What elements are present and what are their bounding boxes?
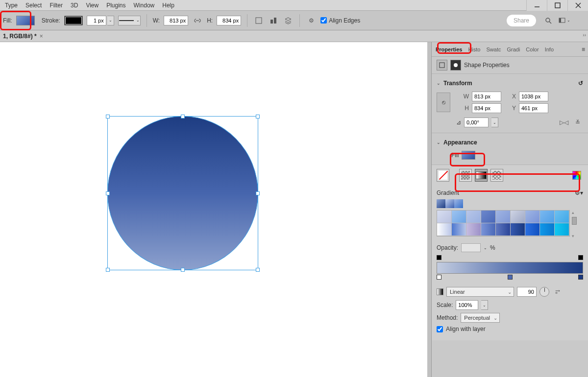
- handle-l[interactable]: [106, 191, 110, 195]
- opacity-stop-right[interactable]: [578, 255, 583, 260]
- preset[interactable]: [525, 223, 540, 236]
- stroke-width-caret[interactable]: ⌄: [107, 16, 114, 25]
- scale-input[interactable]: [456, 300, 478, 310]
- flip-vertical-icon[interactable]: ≚: [572, 117, 583, 128]
- pattern-fill-button[interactable]: [490, 169, 503, 182]
- height-input[interactable]: [217, 16, 241, 25]
- preset[interactable]: [452, 223, 466, 236]
- preset[interactable]: [555, 211, 569, 223]
- tab-histogram[interactable]: Histo: [466, 45, 482, 54]
- recent-gradient-2[interactable]: [445, 199, 454, 208]
- transform-y-input[interactable]: [519, 103, 548, 113]
- handle-br[interactable]: [256, 268, 260, 272]
- handle-tr[interactable]: [256, 115, 260, 118]
- document-title[interactable]: 1, RGB/8#) *: [3, 33, 37, 40]
- transform-title[interactable]: ⌄ Transform ↺: [437, 77, 583, 90]
- recent-gradient-3[interactable]: [454, 199, 463, 208]
- menu-window[interactable]: Window: [130, 1, 159, 10]
- stroke-width-field[interactable]: ⌄: [87, 16, 114, 25]
- tab-properties[interactable]: Properties: [434, 45, 464, 54]
- tab-swatches[interactable]: Swatc: [484, 45, 503, 54]
- link-wh-icon[interactable]: [192, 15, 203, 26]
- scroll-down-icon[interactable]: ▾: [572, 234, 577, 238]
- preset[interactable]: [496, 223, 511, 236]
- preset[interactable]: [437, 211, 452, 223]
- menu-select[interactable]: Select: [22, 1, 46, 10]
- flip-horizontal-icon[interactable]: ▷◁: [559, 117, 569, 128]
- transform-width-input[interactable]: [472, 92, 501, 101]
- width-input[interactable]: [164, 16, 188, 25]
- preset[interactable]: [466, 211, 481, 223]
- selection-bounding-box[interactable]: [107, 116, 258, 270]
- transform-angle-input[interactable]: [464, 118, 489, 127]
- maximize-button[interactable]: [547, 0, 567, 11]
- screen-mode-button[interactable]: ⌄: [558, 17, 570, 24]
- menu-view[interactable]: View: [82, 1, 102, 10]
- preset[interactable]: [481, 211, 496, 223]
- handle-t[interactable]: [181, 115, 185, 118]
- tab-info[interactable]: Info: [543, 45, 556, 54]
- handle-b[interactable]: [181, 268, 185, 272]
- scale-caret[interactable]: ⌄: [481, 300, 488, 310]
- color-stop-left[interactable]: [437, 275, 441, 280]
- preset[interactable]: [540, 211, 555, 223]
- expand-chevrons-icon[interactable]: ››: [583, 32, 586, 38]
- search-icon[interactable]: [543, 15, 554, 26]
- preset[interactable]: [555, 223, 569, 236]
- preset[interactable]: [481, 223, 496, 236]
- menu-3d[interactable]: 3D: [67, 1, 82, 10]
- recent-gradient-1[interactable]: [437, 199, 445, 208]
- align-edges-input[interactable]: [320, 17, 327, 24]
- transform-x-input[interactable]: [519, 92, 548, 101]
- appearance-title[interactable]: ⌄ Appearance: [437, 136, 583, 149]
- gradient-angle-input[interactable]: [517, 287, 537, 297]
- menu-plugins[interactable]: Plugins: [102, 1, 129, 10]
- preset[interactable]: [496, 211, 511, 223]
- stroke-style-field[interactable]: ⌄: [118, 16, 141, 25]
- mask-icon[interactable]: [450, 60, 461, 71]
- handle-bl[interactable]: [106, 268, 110, 272]
- path-arrange-icon[interactable]: [268, 15, 279, 26]
- live-shape-icon[interactable]: [437, 60, 447, 71]
- no-fill-button[interactable]: [437, 169, 449, 182]
- stroke-swatch[interactable]: [64, 16, 83, 25]
- close-document-icon[interactable]: ×: [40, 33, 43, 40]
- opacity-input[interactable]: [461, 243, 481, 252]
- path-align-icon[interactable]: [253, 15, 264, 26]
- color-stop-right[interactable]: [578, 275, 583, 280]
- gradient-fill-button[interactable]: [475, 169, 488, 182]
- preset[interactable]: [437, 223, 452, 236]
- align-with-layer-checkbox[interactable]: Align with layer: [437, 326, 583, 332]
- tab-color[interactable]: Color: [524, 45, 540, 54]
- menu-filter[interactable]: Filter: [46, 1, 67, 10]
- preset[interactable]: [525, 211, 540, 223]
- gradient-type-select[interactable]: Linear: [446, 287, 514, 297]
- share-button[interactable]: Share: [507, 15, 536, 26]
- transform-height-input[interactable]: [472, 103, 501, 113]
- scrollbar-thumb[interactable]: [572, 217, 577, 225]
- appearance-fill-swatch[interactable]: [462, 151, 475, 160]
- solid-fill-button[interactable]: [459, 169, 472, 182]
- handle-r[interactable]: [256, 191, 260, 195]
- reverse-gradient-icon[interactable]: ⥂: [552, 286, 563, 297]
- handle-tl[interactable]: [106, 115, 110, 118]
- minimize-button[interactable]: [526, 0, 547, 11]
- close-button[interactable]: [567, 0, 588, 11]
- color-picker-button[interactable]: [570, 169, 583, 182]
- stroke-width-input[interactable]: [87, 16, 106, 25]
- tab-gradient[interactable]: Gradi: [505, 45, 522, 54]
- canvas-area[interactable]: [0, 42, 431, 377]
- preset[interactable]: [466, 223, 481, 236]
- angle-dial[interactable]: [539, 287, 549, 297]
- method-select[interactable]: Perceptual: [461, 313, 500, 323]
- preset[interactable]: [452, 211, 466, 223]
- menu-type[interactable]: Type: [1, 1, 22, 10]
- align-edges-checkbox[interactable]: Align Edges: [320, 17, 360, 24]
- color-stop-mid[interactable]: [508, 275, 513, 280]
- reference-point-widget[interactable]: ⎋: [437, 93, 450, 112]
- gradient-editor[interactable]: [437, 255, 583, 282]
- fill-swatch[interactable]: [16, 16, 35, 25]
- preset[interactable]: [511, 223, 525, 236]
- preset[interactable]: [540, 223, 555, 236]
- path-stack-icon[interactable]: [283, 15, 294, 26]
